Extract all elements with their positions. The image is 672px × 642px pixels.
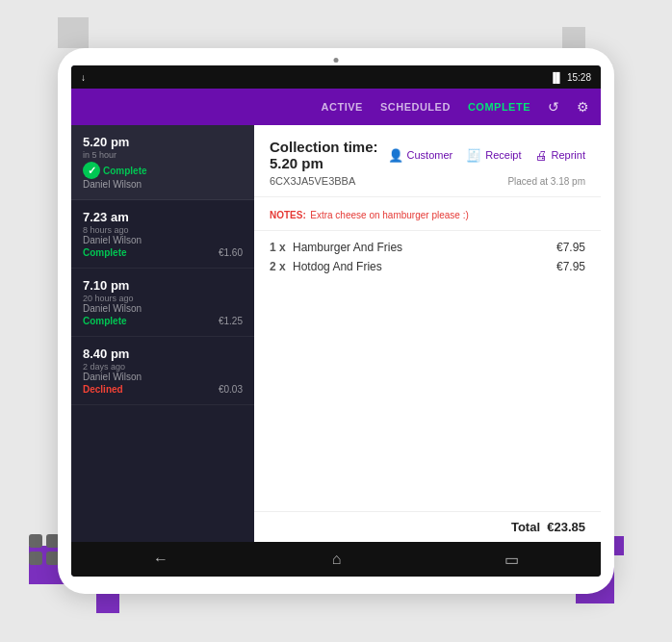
scene: ↓ ▐▌ 15:28 ACTIVE SCHEDULED COMPLETE ↺ ⚙ <box>0 0 672 642</box>
settings-icon[interactable]: ⚙ <box>577 99 589 115</box>
tablet-camera <box>334 58 339 63</box>
order-header: Collection time: 5.20 pm 👤 Customer 🧾 Re… <box>254 125 601 197</box>
notes-label: NOTES: <box>270 210 306 220</box>
total-label: Total €23.85 <box>511 520 585 534</box>
item-1-name: Hamburger And Fries <box>293 241 402 254</box>
tab-scheduled[interactable]: SCHEDULED <box>380 101 451 113</box>
order-4-time: 8.40 pm <box>83 347 243 361</box>
tablet-screen: ↓ ▐▌ 15:28 ACTIVE SCHEDULED COMPLETE ↺ ⚙ <box>71 65 601 577</box>
order-2-sub: 8 hours ago <box>83 225 243 235</box>
reprint-button[interactable]: 🖨 Reprint <box>535 148 585 163</box>
item-2-name: Hotdog And Fries <box>293 260 382 273</box>
deco-square-tl1 <box>58 17 89 48</box>
order-4-amount: €0.03 <box>219 384 243 395</box>
order-3-time: 7.10 pm <box>83 278 243 293</box>
app-icons <box>29 534 60 565</box>
order-1-sub: in 5 hour <box>83 150 243 160</box>
home-button[interactable]: ⌂ <box>332 551 342 568</box>
app-icon-3 <box>29 552 42 565</box>
receipt-icon: 🧾 <box>466 148 481 163</box>
nav-bar: ACTIVE SCHEDULED COMPLETE ↺ ⚙ <box>71 89 601 125</box>
total-amount: €23.85 <box>547 520 585 534</box>
receipt-button[interactable]: 🧾 Receipt <box>466 148 521 163</box>
order-3-name: Daniel Wilson <box>83 303 243 314</box>
recent-apps-button[interactable]: ▭ <box>504 551 519 569</box>
order-3-amount: €1.25 <box>219 316 243 326</box>
order-2-name: Daniel Wilson <box>83 235 243 245</box>
tablet-frame: ↓ ▐▌ 15:28 ACTIVE SCHEDULED COMPLETE ↺ ⚙ <box>58 48 614 594</box>
customer-icon: 👤 <box>388 148 403 163</box>
order-detail-panel: Collection time: 5.20 pm 👤 Customer 🧾 Re… <box>254 125 601 542</box>
bottom-nav: ← ⌂ ▭ <box>71 542 601 577</box>
tab-active[interactable]: ACTIVE <box>322 101 363 113</box>
item-2-price: €7.95 <box>556 260 585 273</box>
reprint-icon: 🖨 <box>535 148 548 163</box>
order-code: 6CX3JA5VE3BBA <box>270 175 355 187</box>
order-1-time: 5.20 pm <box>83 135 243 149</box>
order-item-1[interactable]: 5.20 pm in 5 hour ✓ Complete Daniel Wils… <box>71 125 254 200</box>
order-line-1: 1 x Hamburger And Fries €7.95 <box>270 241 585 254</box>
order-4-status: Declined <box>83 384 123 395</box>
app-icon-1 <box>29 534 42 548</box>
order-3-sub: 20 hours ago <box>83 294 243 303</box>
order-4-name: Daniel Wilson <box>83 372 243 382</box>
signal-bars: ▐▌ <box>550 72 563 83</box>
item-1-price: €7.95 <box>556 241 585 254</box>
main-content: 5.20 pm in 5 hour ✓ Complete Daniel Wils… <box>71 125 601 542</box>
deco-square-tr1 <box>562 27 585 50</box>
action-buttons: 👤 Customer 🧾 Receipt 🖨 Reprint <box>388 148 585 163</box>
notes-section: NOTES: Extra cheese on hamburger please … <box>254 197 601 231</box>
order-2-time: 7.23 am <box>83 210 243 224</box>
customer-button[interactable]: 👤 Customer <box>388 148 453 163</box>
order-1-name: Daniel Wilson <box>83 179 243 190</box>
order-3-status: Complete <box>83 316 127 326</box>
order-item-4[interactable]: 8.40 pm 2 days ago Daniel Wilson Decline… <box>71 337 254 405</box>
order-2-amount: €1.60 <box>219 247 243 258</box>
order-1-status: ✓ Complete <box>83 162 147 179</box>
back-button[interactable]: ← <box>153 551 168 568</box>
item-1-qty: 1 x <box>270 241 286 254</box>
status-signal: ▐▌ 15:28 <box>550 72 591 83</box>
check-icon-1: ✓ <box>83 162 100 179</box>
order-line-2: 2 x Hotdog And Fries €7.95 <box>270 260 585 273</box>
placed-at: Placed at 3.18 pm <box>507 176 585 187</box>
status-bar: ↓ ▐▌ 15:28 <box>71 65 601 89</box>
tab-complete[interactable]: COMPLETE <box>468 101 530 113</box>
notes-text: Extra cheese on hamburger please :) <box>310 210 469 220</box>
order-2-status: Complete <box>83 247 127 258</box>
orders-list: 5.20 pm in 5 hour ✓ Complete Daniel Wils… <box>71 125 254 542</box>
total-row: Total €23.85 <box>254 511 601 542</box>
refresh-icon[interactable]: ↺ <box>548 99 559 115</box>
item-2-qty: 2 x <box>270 260 286 273</box>
order-item-2[interactable]: 7.23 am 8 hours ago Daniel Wilson Comple… <box>71 200 254 269</box>
download-icon: ↓ <box>81 72 86 83</box>
order-item-3[interactable]: 7.10 pm 20 hours ago Daniel Wilson Compl… <box>71 269 254 337</box>
order-4-sub: 2 days ago <box>83 362 243 372</box>
status-time: 15:28 <box>567 72 591 83</box>
collection-time: Collection time: 5.20 pm <box>270 139 388 171</box>
order-items: 1 x Hamburger And Fries €7.95 2 x Hotdog… <box>254 231 601 511</box>
